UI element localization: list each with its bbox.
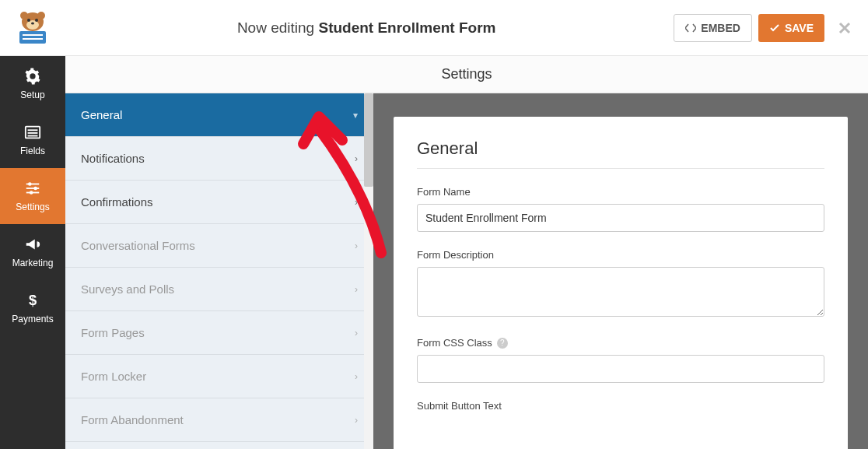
settings-list: General ▾ Notifications › Confirmations … xyxy=(65,93,373,449)
settings-item-general[interactable]: General ▾ xyxy=(65,93,373,137)
settings-item-form-locker[interactable]: Form Locker › xyxy=(65,355,373,398)
panel-heading: General xyxy=(417,139,824,169)
scrollbar-track[interactable] xyxy=(364,93,373,449)
form-title: Student Enrollment Form xyxy=(318,19,495,36)
logo xyxy=(0,11,65,45)
settings-item-form-abandonment[interactable]: Form Abandonment › xyxy=(65,398,373,442)
check-icon xyxy=(769,23,780,33)
settings-item-surveys[interactable]: Surveys and Polls › xyxy=(65,268,373,311)
settings-item-confirmations[interactable]: Confirmations › xyxy=(65,181,373,224)
code-icon xyxy=(685,23,696,33)
settings-item-form-pages[interactable]: Form Pages › xyxy=(65,311,373,355)
svg-point-17 xyxy=(33,187,37,191)
scrollbar-thumb[interactable] xyxy=(364,93,373,187)
svg-rect-9 xyxy=(23,38,43,40)
nav-setup[interactable]: Setup xyxy=(0,56,65,112)
settings-item-conversational[interactable]: Conversational Forms › xyxy=(65,224,373,268)
svg-point-19 xyxy=(30,191,33,195)
chevron-right-icon: › xyxy=(355,328,358,339)
svg-point-1 xyxy=(20,12,28,19)
editing-title: Now editing Student Enrollment Form xyxy=(65,19,667,37)
sliders-icon xyxy=(24,180,41,197)
svg-point-2 xyxy=(37,12,45,19)
nav-settings[interactable]: Settings xyxy=(0,168,65,224)
chevron-right-icon: › xyxy=(355,153,358,164)
form-desc-label: Form Description xyxy=(417,249,824,261)
help-icon[interactable]: ? xyxy=(497,338,508,349)
form-desc-textarea[interactable] xyxy=(417,267,824,317)
svg-rect-8 xyxy=(23,34,43,36)
close-icon xyxy=(838,21,852,35)
preview-pane: General Form Name Form Description Form … xyxy=(373,93,868,449)
form-css-input[interactable] xyxy=(417,355,824,383)
svg-point-5 xyxy=(35,19,38,22)
chevron-right-icon: › xyxy=(355,240,358,251)
editing-prefix: Now editing xyxy=(237,19,319,36)
nav-fields[interactable]: Fields xyxy=(0,112,65,168)
dollar-icon: $ xyxy=(24,292,41,309)
nav-marketing[interactable]: Marketing xyxy=(0,224,65,280)
chevron-down-icon: ▾ xyxy=(353,110,358,121)
svg-point-6 xyxy=(31,22,34,24)
settings-item-notifications[interactable]: Notifications › xyxy=(65,137,373,181)
close-button[interactable] xyxy=(831,21,859,35)
list-icon xyxy=(24,124,41,141)
form-css-label: Form CSS Class ? xyxy=(417,337,824,349)
save-button[interactable]: SAVE xyxy=(758,14,824,42)
chevron-right-icon: › xyxy=(355,197,358,208)
svg-text:$: $ xyxy=(29,292,37,308)
sub-header: Settings xyxy=(65,56,868,93)
left-nav: Setup Fields Settings Marketing $ Paymen… xyxy=(0,56,65,449)
form-name-label: Form Name xyxy=(417,186,824,198)
chevron-right-icon: › xyxy=(355,371,358,382)
bullhorn-icon xyxy=(24,236,41,253)
chevron-right-icon: › xyxy=(355,284,358,295)
svg-point-4 xyxy=(27,19,30,22)
svg-rect-7 xyxy=(19,31,46,44)
submit-button-text-label: Submit Button Text xyxy=(417,400,824,412)
general-panel: General Form Name Form Description Form … xyxy=(394,117,848,449)
svg-point-15 xyxy=(28,182,32,186)
chevron-right-icon: › xyxy=(355,415,358,426)
gear-icon xyxy=(24,68,41,85)
nav-payments[interactable]: $ Payments xyxy=(0,280,65,336)
form-name-input[interactable] xyxy=(417,204,824,232)
top-bar: Now editing Student Enrollment Form EMBE… xyxy=(0,0,868,56)
embed-button[interactable]: EMBED xyxy=(674,14,752,42)
